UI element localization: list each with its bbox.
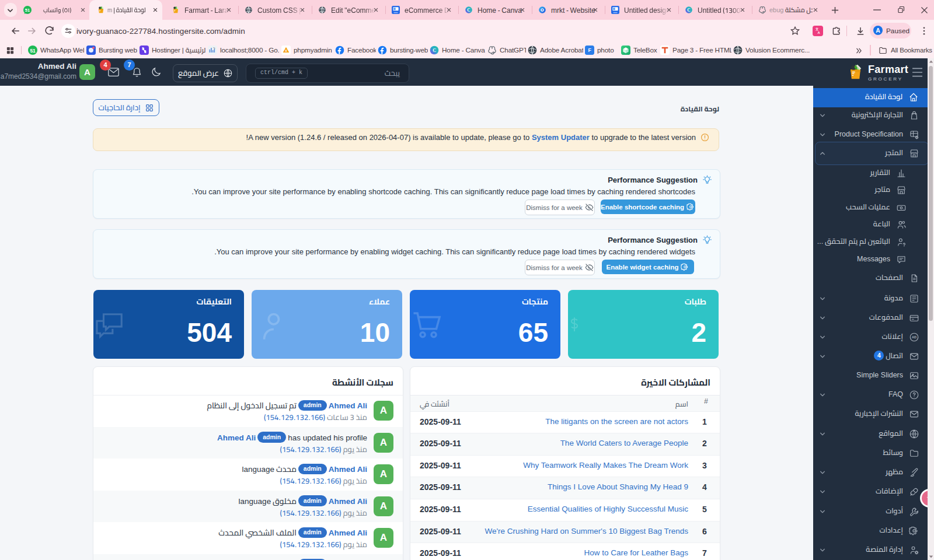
- svg-text:C: C: [687, 8, 690, 13]
- svg-text:F: F: [588, 47, 591, 53]
- svg-text:A: A: [817, 31, 820, 34]
- svg-text:C: C: [433, 48, 436, 53]
- svg-text:AD: AD: [912, 335, 916, 339]
- svg-text:C: C: [467, 8, 470, 13]
- svg-text:51: 51: [25, 8, 30, 13]
- svg-text:X: X: [285, 49, 287, 52]
- svg-text:51: 51: [30, 48, 36, 54]
